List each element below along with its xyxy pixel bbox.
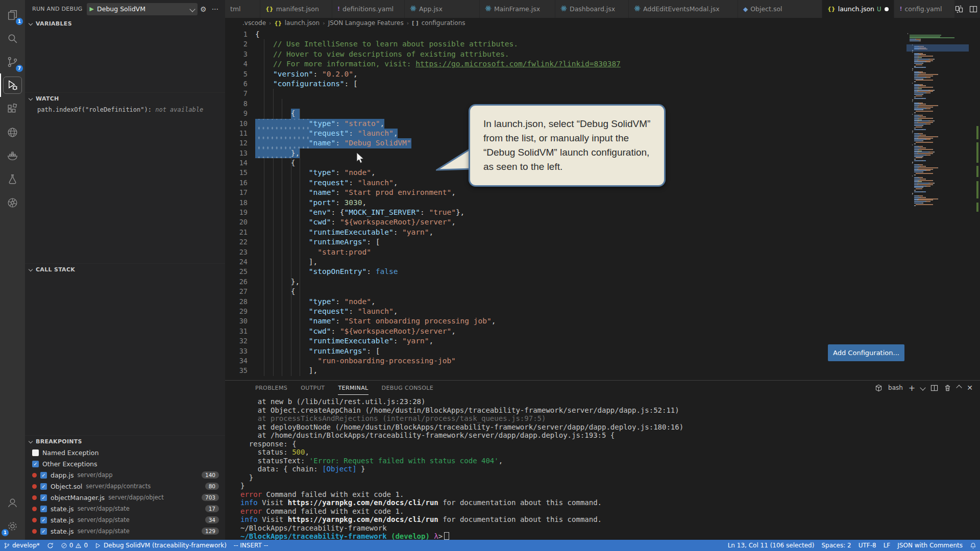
encoding-status[interactable]: UTF-8 xyxy=(855,542,880,549)
split-terminal-icon[interactable] xyxy=(930,384,938,392)
kubernetes-icon[interactable] xyxy=(0,191,25,214)
checked-checkbox[interactable]: ✓ xyxy=(40,528,47,535)
breakpoints-section-header[interactable]: BREAKPOINTS xyxy=(25,435,225,447)
code-line[interactable]: 31 "cwd": "${workspaceRoot}/server", xyxy=(225,327,980,336)
problems-status[interactable]: 0 0 xyxy=(57,542,91,549)
code-line[interactable]: 17 "name": "Start prod environment", xyxy=(225,188,980,197)
code-line[interactable]: 22 "runtimeArgs": [ xyxy=(225,237,980,247)
breakpoint-row[interactable]: ✓dapp.jsserver/dapp140 xyxy=(25,469,225,481)
terminal-shell-label[interactable]: bash xyxy=(888,384,903,391)
code-line[interactable]: 19 "env": {"MOCK_INT_SERVER": "true"}, xyxy=(225,208,980,217)
code-line[interactable]: 18 "port": 3030, xyxy=(225,198,980,208)
checked-checkbox[interactable]: ✓ xyxy=(40,506,47,512)
code-line[interactable]: 27 { xyxy=(225,287,980,296)
breakpoint-exception-row[interactable]: ✓Other Exceptions xyxy=(25,458,225,469)
settings-gear-icon[interactable]: 1 xyxy=(0,514,25,538)
unchecked-checkbox[interactable] xyxy=(32,449,39,456)
tab-Object.sol[interactable]: ◆Object.sol xyxy=(738,0,822,18)
panel-tab-debug-console[interactable]: DEBUG CONSOLE xyxy=(382,381,434,395)
language-mode-status[interactable]: JSON with Comments xyxy=(894,542,966,549)
run-and-debug-icon[interactable] xyxy=(0,73,25,97)
tab-tml[interactable]: tml xyxy=(225,0,260,18)
breadcrumb-item[interactable]: configurations xyxy=(422,19,465,27)
watch-section-header[interactable]: WATCH xyxy=(25,92,225,104)
breakpoint-row[interactable]: ✓state.jsserver/dapp/state17 xyxy=(25,503,225,514)
extensions-icon[interactable] xyxy=(0,97,25,120)
tab-App.jsx[interactable]: App.jsx xyxy=(405,0,480,18)
tab-AddEditEventsModal.jsx[interactable]: AddEditEventsModal.jsx xyxy=(629,0,738,18)
code-line[interactable]: 25 "stopOnEntry": false xyxy=(225,267,980,277)
checked-checkbox[interactable]: ✓ xyxy=(40,472,47,479)
tab-config.yaml[interactable]: !config.yaml xyxy=(894,0,955,18)
panel-tab-problems[interactable]: PROBLEMS xyxy=(255,381,287,395)
tab-Dashboard.jsx[interactable]: Dashboard.jsx xyxy=(555,0,629,18)
checked-checkbox[interactable]: ✓ xyxy=(32,461,39,467)
maximize-panel-icon[interactable] xyxy=(957,385,962,390)
cursor-position-status[interactable]: Ln 13, Col 11 (106 selected) xyxy=(724,542,818,549)
breadcrumb-item[interactable]: JSON Language Features xyxy=(328,19,404,27)
breakpoint-row[interactable]: ✓objectManager.jsserver/dapp/object703 xyxy=(25,492,225,503)
tab-manifest.json[interactable]: {}manifest.json xyxy=(260,0,332,18)
code-line[interactable]: 20 "cwd": "${workspaceRoot}/server", xyxy=(225,217,980,227)
code-line[interactable]: 3 // Hover to view descriptions of exist… xyxy=(225,49,980,59)
add-configuration-button[interactable]: Add Configuration... xyxy=(828,344,904,361)
debug-status[interactable]: Debug SolidVM (traceability-framework) xyxy=(91,542,230,549)
panel-tab-output[interactable]: OUTPUT xyxy=(301,381,325,395)
git-branch-status[interactable]: develop* xyxy=(0,542,43,549)
code-line[interactable]: 28 "type": "node", xyxy=(225,297,980,307)
dirty-indicator-icon[interactable] xyxy=(885,7,889,11)
code-line[interactable]: 23 "start:prod" xyxy=(225,247,980,257)
open-changes-icon[interactable] xyxy=(955,5,963,13)
code-line[interactable]: 24 ], xyxy=(225,257,980,267)
code-line[interactable]: 35 ], xyxy=(225,366,980,375)
sync-status[interactable] xyxy=(43,542,57,549)
breakpoint-row[interactable]: ✓state.jsserver/dapp/state34 xyxy=(25,514,225,525)
breadcrumb-item[interactable]: .vscode xyxy=(242,19,266,27)
code-line[interactable]: 30 "name": "Start onboarding processing … xyxy=(225,316,980,326)
call-stack-section-header[interactable]: CALL STACK xyxy=(25,263,225,275)
new-terminal-icon[interactable]: + xyxy=(909,383,915,393)
checked-checkbox[interactable]: ✓ xyxy=(40,494,47,501)
kill-terminal-icon[interactable] xyxy=(944,384,951,392)
terminal-output[interactable]: at new b (/lib/util/rest.util.js:23:28) … xyxy=(225,395,980,541)
breakpoint-row[interactable]: ✓Object.solserver/dapp/contracts80 xyxy=(25,481,225,492)
breakpoint-row[interactable]: ✓state.jsserver/dapp/state129 xyxy=(25,525,225,537)
code-line[interactable]: 29 "request": "launch", xyxy=(225,307,980,316)
search-icon[interactable] xyxy=(0,27,25,50)
breadcrumb-item[interactable]: launch.json xyxy=(285,19,320,27)
code-line[interactable]: 4 // For more information, visit: https:… xyxy=(225,59,980,69)
minimap[interactable] xyxy=(908,33,968,207)
breadcrumb[interactable]: .vscode›{}launch.json›JSON Language Feat… xyxy=(225,18,980,28)
watch-expression[interactable]: path.indexOf("roleDefinition"): not avai… xyxy=(25,104,225,113)
tab-launch.json[interactable]: {}launch.jsonU xyxy=(822,0,894,18)
start-debug-icon[interactable]: ▶ xyxy=(90,6,94,12)
split-editor-icon[interactable] xyxy=(969,5,977,13)
checked-checkbox[interactable]: ✓ xyxy=(40,483,47,490)
code-line[interactable]: 1{ xyxy=(225,30,980,39)
test-explorer-icon[interactable] xyxy=(0,167,25,191)
code-line[interactable]: 6 "configurations": [ xyxy=(225,79,980,89)
vim-mode-status[interactable]: -- INSERT -- xyxy=(230,542,272,549)
panel-tab-terminal[interactable]: TERMINAL xyxy=(338,381,368,395)
account-icon[interactable] xyxy=(0,491,25,514)
globe-icon[interactable] xyxy=(0,120,25,144)
code-line[interactable]: 2 // Use IntelliSense to learn about pos… xyxy=(225,39,980,49)
tab-MainFrame.jsx[interactable]: MainFrame.jsx xyxy=(480,0,555,18)
debug-settings-gear-icon[interactable]: ⚙ xyxy=(198,5,209,13)
notifications-bell[interactable] xyxy=(966,542,980,549)
terminal-picker-chevron-icon[interactable] xyxy=(920,385,926,390)
sidebar-more-actions-icon[interactable]: ··· xyxy=(209,5,221,13)
code-line[interactable]: 21 "runtimeExecutable": "yarn", xyxy=(225,228,980,237)
indentation-status[interactable]: Spaces: 2 xyxy=(818,542,854,549)
code-line[interactable]: 7 xyxy=(225,89,980,98)
code-editor[interactable]: 1{2 // Use IntelliSense to learn about p… xyxy=(225,28,980,380)
close-panel-icon[interactable]: ✕ xyxy=(967,384,973,392)
variables-section-header[interactable]: VARIABLES xyxy=(25,18,225,29)
tab-definitions.yaml[interactable]: !definitions.yaml xyxy=(332,0,405,18)
checked-checkbox[interactable]: ✓ xyxy=(40,517,47,523)
code-line[interactable]: 5 "version": "0.2.0", xyxy=(225,69,980,79)
eol-status[interactable]: LF xyxy=(880,542,894,549)
code-line[interactable]: 26 }, xyxy=(225,277,980,287)
docker-icon[interactable] xyxy=(0,144,25,167)
source-control-icon[interactable]: 7 xyxy=(0,50,25,73)
